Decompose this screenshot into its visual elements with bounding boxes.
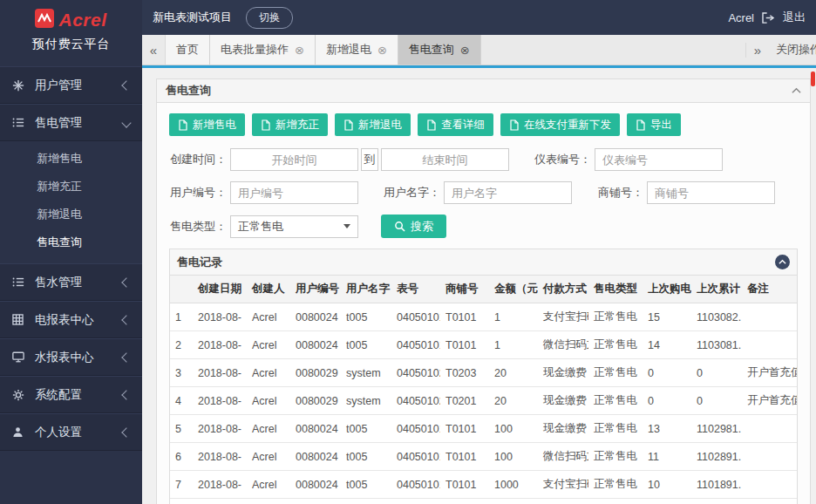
document-icon — [636, 119, 646, 131]
tab-sale-query[interactable]: 售电查询⊗ — [398, 35, 481, 65]
tab-close-icon[interactable]: ⊗ — [295, 44, 304, 57]
sidebar-subitem-sale-query[interactable]: 售电查询 — [0, 228, 142, 256]
user-name-input[interactable] — [444, 181, 572, 204]
table-cell: 04050102 — [391, 359, 440, 387]
table-row[interactable]: 12018-08-Acrel0080024t00504050101T01011支… — [170, 303, 797, 331]
shop-no-input[interactable] — [647, 181, 775, 204]
table-cell: 现金缴费 — [538, 387, 588, 415]
panel-collapse-circle-icon[interactable] — [775, 255, 790, 269]
sidebar-item-water-report-center[interactable]: 水报表中心 — [0, 338, 142, 376]
table-cell: 2018-08- — [193, 359, 247, 387]
switch-project-button[interactable]: 切换 — [246, 7, 293, 29]
table-cell: 4 — [170, 387, 193, 415]
toolbar-button-new-refund[interactable]: 新增退电 — [335, 113, 411, 136]
toolbar-button-new-correction[interactable]: 新增充正 — [252, 113, 328, 136]
table-cell: 正常售电 — [588, 359, 643, 387]
table-cell: 开户首充值 — [742, 359, 797, 387]
dropdown-arrow-icon — [343, 224, 350, 228]
sidebar-item-sale-management[interactable]: 售电管理 — [0, 104, 142, 141]
sidebar-subitem-new-correction[interactable]: 新增充正 — [0, 173, 142, 201]
table-cell — [742, 499, 797, 504]
table-cell: 1102981. — [691, 415, 742, 443]
query-panel-header[interactable]: 售电查询 — [156, 78, 811, 103]
table-cell: t005 — [341, 303, 391, 331]
table-cell: T0101 — [440, 303, 489, 331]
table-row[interactable]: 62018-08-Acrel0080024t00504050101T010110… — [170, 443, 797, 471]
table-cell: 8 — [170, 499, 193, 504]
sale-type-select[interactable]: 正常售电 — [230, 215, 358, 238]
search-button[interactable]: 搜索 — [381, 215, 446, 238]
tab-new-refund[interactable]: 新增退电⊗ — [316, 35, 398, 65]
table-cell: 正常售电 — [588, 303, 643, 331]
tab-close-icon[interactable]: ⊗ — [377, 44, 387, 57]
query-panel-body: 新增售电新增充正新增退电查看详细在线支付重新下发导出 创建时间： 到 仪表编号：… — [156, 103, 811, 504]
app-root: Acrel 预付费云平台 用户管理售电管理新增售电新增充正新增退电售电查询售水管… — [0, 0, 816, 504]
scrollbar-thumb[interactable] — [811, 72, 815, 86]
meter-no-input[interactable] — [595, 148, 723, 171]
table-cell: Acrel — [247, 303, 290, 331]
table-cell — [742, 471, 797, 499]
table-row[interactable]: 22018-08-Acrel0080024t00504050101T01011微… — [170, 331, 797, 359]
sale-type-value: 正常售电 — [238, 219, 283, 235]
table-row[interactable]: 72018-08-Acrel0080024t00504050101T010110… — [170, 471, 797, 499]
table-cell: t005 — [341, 415, 391, 443]
records-title: 售电记录 — [177, 255, 222, 270]
table-row[interactable]: 42018-08-Acrel0080029system04050102T0201… — [170, 387, 797, 415]
tabs-scroll-right-icon[interactable]: » — [745, 43, 769, 58]
toolbar-button-new-sale[interactable]: 新增售电 — [169, 113, 245, 136]
toolbar-button-view-detail[interactable]: 查看详细 — [418, 113, 493, 136]
sidebar-item-electric-report-center[interactable]: 电报表中心 — [0, 301, 142, 338]
table-cell: 0080029 — [290, 387, 341, 415]
toolbar-button-export[interactable]: 导出 — [627, 113, 681, 136]
sidebar-item-personal-settings[interactable]: 个人设置 — [0, 413, 142, 451]
users-icon — [12, 79, 27, 92]
table-row[interactable]: 82018-08-Acrel0080024t00504050101T010110… — [170, 499, 797, 504]
collapse-chevron-up-icon[interactable] — [792, 87, 801, 94]
table-cell: 04050101 — [391, 415, 440, 443]
tab-close-icon[interactable]: ⊗ — [460, 44, 470, 57]
toolbar-button-label: 导出 — [650, 118, 672, 133]
table-cell: system — [341, 359, 391, 387]
logout-icon[interactable] — [762, 12, 775, 24]
create-time-label: 创建时间： — [169, 152, 227, 167]
column-header: 商铺号 — [440, 276, 489, 303]
tabs-scroll-left-icon[interactable]: « — [142, 35, 166, 65]
search-button-label: 搜索 — [411, 219, 433, 235]
table-cell: 2018-08- — [193, 443, 247, 471]
column-header: 创建日期 — [193, 276, 247, 303]
table-cell: 0080024 — [290, 415, 341, 443]
sidebar-subitem-new-sale[interactable]: 新增售电 — [0, 145, 142, 173]
sidebar-item-system-config[interactable]: 系统配置 — [0, 376, 142, 413]
records-table: 创建日期创建人用户编号用户名字表号商铺号金额（元付款方式售电类型上次购电上次累计… — [170, 276, 797, 504]
table-row[interactable]: 52018-08-Acrel0080024t00504050101T010110… — [170, 415, 797, 443]
column-header: 用户编号 — [290, 276, 341, 303]
start-time-input[interactable] — [230, 148, 358, 171]
table-cell: 20 — [489, 359, 538, 387]
table-cell: 1103081. — [691, 331, 742, 359]
toolbar-button-label: 新增充正 — [275, 118, 319, 133]
table-cell: 1102891. — [691, 443, 742, 471]
tab-label: 电表批量操作 — [221, 42, 289, 58]
sidebar-item-user-management[interactable]: 用户管理 — [0, 66, 142, 104]
table-row[interactable]: 32018-08-Acrel0080029system04050102T0203… — [170, 359, 797, 387]
end-time-input[interactable] — [381, 148, 509, 171]
table-cell: 1000 — [489, 471, 538, 499]
submenu-sale-management: 新增售电新增充正新增退电售电查询 — [0, 141, 142, 263]
table-cell: 2018-08- — [193, 471, 247, 499]
tab-home[interactable]: 首页 — [166, 35, 210, 65]
toolbar-button-label: 在线支付重新下发 — [524, 118, 611, 133]
sale-type-label: 售电类型： — [169, 219, 227, 235]
user-no-input[interactable] — [230, 181, 358, 204]
sidebar-item-water-sale-management[interactable]: 售水管理 — [0, 263, 142, 301]
sidebar-subitem-new-refund[interactable]: 新增退电 — [0, 201, 142, 228]
sidebar-item-label: 个人设置 — [35, 425, 82, 440]
column-header: 上次购电 — [643, 276, 691, 303]
table-cell: 1101891. — [691, 471, 742, 499]
table-cell: 正常售电 — [588, 443, 643, 471]
toolbar-button-online-pay-reissue[interactable]: 在线支付重新下发 — [500, 113, 620, 136]
tab-meter-batch-ops[interactable]: 电表批量操作⊗ — [210, 35, 316, 65]
logout-button[interactable]: 退出 — [783, 10, 806, 25]
table-cell: 04050101 — [391, 331, 440, 359]
table-cell: 现金缴费 — [538, 359, 588, 387]
close-operations-button[interactable]: 关闭操作 — [769, 42, 816, 58]
